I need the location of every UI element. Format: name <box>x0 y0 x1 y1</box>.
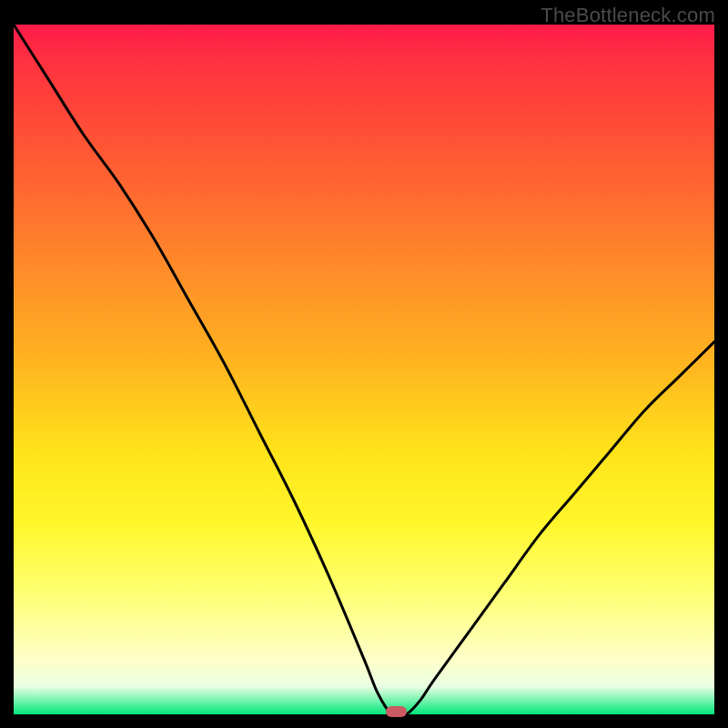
chart-frame: TheBottleneck.com <box>0 0 728 728</box>
optimum-marker <box>386 706 407 717</box>
watermark-text: TheBottleneck.com <box>541 4 715 27</box>
bottleneck-curve <box>14 25 714 714</box>
curve-path <box>14 25 714 714</box>
plot-area <box>14 25 714 714</box>
